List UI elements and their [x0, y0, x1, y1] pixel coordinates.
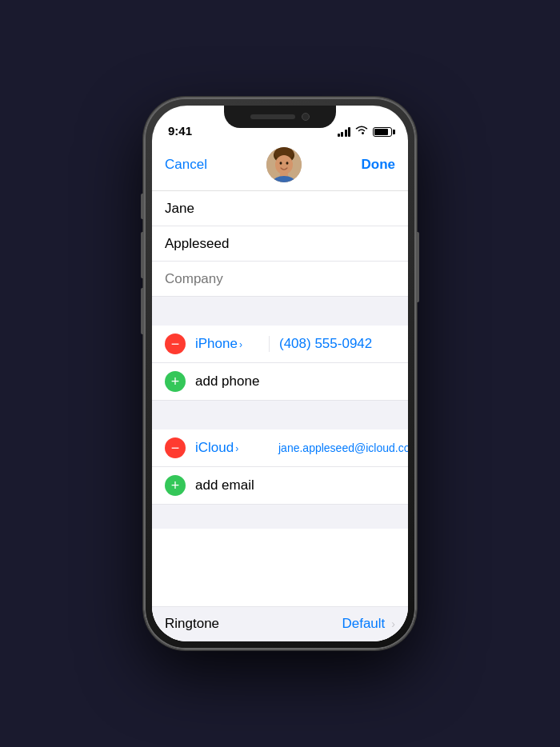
phone-row: − iPhone › (408) 555-0942	[152, 326, 408, 363]
speaker	[250, 114, 295, 119]
content-area: Cancel	[152, 141, 408, 641]
remove-email-button[interactable]: −	[165, 437, 186, 458]
signal-icon	[338, 127, 351, 137]
plus-icon-email: +	[171, 478, 180, 493]
ringtone-chevron-icon: ›	[391, 617, 395, 630]
battery-icon	[373, 127, 392, 137]
form-section	[152, 191, 408, 297]
add-phone-button[interactable]: +	[165, 371, 186, 392]
volume-down-button[interactable]	[141, 288, 143, 334]
email-type-chevron: ›	[235, 443, 238, 454]
email-row: − iCloud › jane.appleseed@icloud.com	[152, 429, 408, 467]
add-email-label: add email	[195, 477, 254, 493]
svg-point-3	[275, 155, 293, 174]
notch	[224, 106, 336, 128]
svg-point-5	[286, 162, 289, 165]
mute-button[interactable]	[141, 194, 143, 219]
avatar[interactable]	[266, 147, 302, 182]
ringtone-row[interactable]: Ringtone Default ›	[152, 606, 408, 641]
phone-body: 9:41	[146, 99, 414, 648]
status-icons	[338, 126, 393, 138]
ringtone-label: Ringtone	[165, 616, 342, 632]
phone-section: − iPhone › (408) 555-0942 + add ph	[152, 326, 408, 401]
email-value[interactable]: jane.appleseed@icloud.com	[278, 441, 408, 454]
company-input[interactable]	[165, 271, 395, 287]
wifi-icon	[355, 126, 368, 138]
ringtone-value: Default	[342, 616, 385, 632]
email-label-area[interactable]: iCloud ›	[195, 440, 259, 456]
remove-phone-button[interactable]: −	[165, 334, 186, 354]
last-name-input[interactable]	[165, 236, 395, 252]
last-name-row	[152, 226, 408, 262]
phone-divider	[269, 336, 270, 352]
phone-value[interactable]: (408) 555-0942	[279, 336, 372, 352]
done-button[interactable]: Done	[361, 157, 395, 173]
phone-label-area[interactable]: iPhone ›	[195, 336, 259, 352]
add-phone-row[interactable]: + add phone	[152, 363, 408, 401]
section-separator-1	[152, 297, 408, 326]
cancel-button[interactable]: Cancel	[165, 157, 207, 173]
navigation-bar: Cancel	[152, 141, 408, 191]
section-separator-3	[152, 505, 408, 529]
screen: 9:41	[152, 106, 408, 641]
section-separator-2	[152, 401, 408, 429]
phone-type-chevron: ›	[239, 339, 242, 350]
add-email-row[interactable]: + add email	[152, 467, 408, 505]
svg-point-4	[280, 162, 282, 165]
add-email-button[interactable]: +	[165, 475, 186, 496]
camera	[302, 113, 310, 121]
company-row	[152, 262, 408, 297]
first-name-row	[152, 191, 408, 226]
volume-up-button[interactable]	[141, 232, 143, 278]
plus-icon: +	[171, 374, 180, 389]
phone-frame: 9:41	[144, 98, 416, 649]
email-type-label: iCloud	[195, 440, 234, 456]
first-name-input[interactable]	[165, 201, 395, 217]
minus-icon: −	[171, 337, 180, 351]
minus-icon-email: −	[171, 441, 180, 455]
email-section: − iCloud › jane.appleseed@icloud.com +	[152, 429, 408, 505]
add-phone-label: add phone	[195, 374, 259, 389]
phone-type-label: iPhone	[195, 336, 238, 352]
power-button[interactable]	[417, 232, 419, 302]
